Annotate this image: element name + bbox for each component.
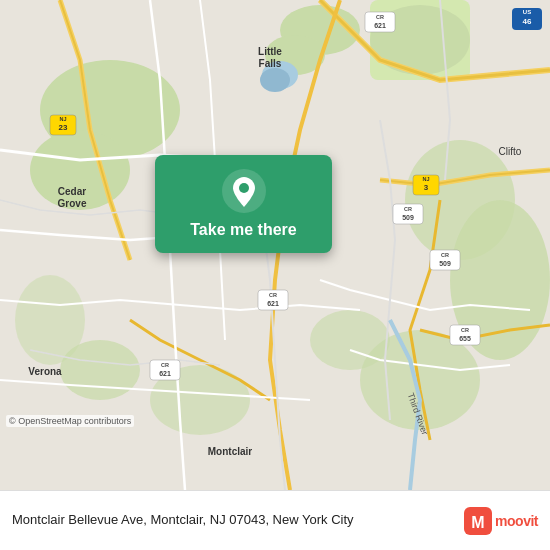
svg-text:CR: CR — [461, 327, 469, 333]
svg-text:621: 621 — [374, 22, 386, 29]
svg-text:621: 621 — [267, 300, 279, 307]
location-popup: Take me there — [155, 155, 332, 253]
svg-text:621: 621 — [159, 370, 171, 377]
svg-text:NJ: NJ — [59, 116, 66, 122]
svg-text:US: US — [523, 9, 531, 15]
svg-point-52 — [239, 183, 249, 193]
moovit-m-icon: M — [464, 507, 492, 535]
svg-text:Verona: Verona — [28, 366, 62, 377]
svg-text:M: M — [471, 514, 484, 531]
svg-point-13 — [15, 275, 85, 365]
svg-point-15 — [260, 68, 290, 92]
svg-text:509: 509 — [439, 260, 451, 267]
osm-attribution: © OpenStreetMap contributors — [6, 415, 134, 427]
svg-text:23: 23 — [59, 123, 68, 132]
svg-text:NJ: NJ — [422, 176, 429, 182]
address-text: Montclair Bellevue Ave, Montclair, NJ 07… — [12, 512, 464, 529]
svg-text:655: 655 — [459, 335, 471, 342]
svg-text:Montclair: Montclair — [208, 446, 253, 457]
svg-text:CR: CR — [376, 14, 384, 20]
svg-text:CR: CR — [441, 252, 449, 258]
svg-text:CR: CR — [161, 362, 169, 368]
svg-text:Falls: Falls — [259, 58, 282, 69]
svg-text:Clifto: Clifto — [499, 146, 522, 157]
map-container: US 46 NJ 23 NJ 3 CR 621 CR 621 CR 621 CR… — [0, 0, 550, 490]
svg-text:509: 509 — [402, 214, 414, 221]
svg-text:CR: CR — [404, 206, 412, 212]
svg-text:46: 46 — [523, 17, 532, 26]
svg-text:Cedar: Cedar — [58, 186, 86, 197]
svg-text:3: 3 — [424, 183, 429, 192]
moovit-text: moovit — [495, 513, 538, 529]
svg-text:Little: Little — [258, 46, 282, 57]
bottom-bar: Montclair Bellevue Ave, Montclair, NJ 07… — [0, 490, 550, 550]
svg-text:Grove: Grove — [58, 198, 87, 209]
moovit-logo: M moovit — [464, 507, 538, 535]
take-me-there-button[interactable]: Take me there — [190, 221, 296, 239]
location-pin-icon — [222, 169, 266, 213]
svg-text:CR: CR — [269, 292, 277, 298]
